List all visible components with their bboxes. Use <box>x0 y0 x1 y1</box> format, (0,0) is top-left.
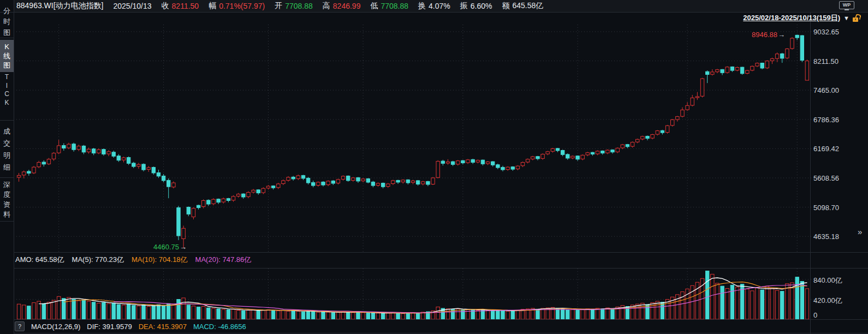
amo-segment: AMO: 645.58亿 <box>15 255 64 265</box>
date-range-label[interactable]: 2025/02/18-2025/10/13(159日) <box>743 13 840 23</box>
volume-axis-label: 0 <box>813 311 817 319</box>
volume-indicator-row: AMO: 645.58亿MA(5): 770.23亿MA(10): 704.18… <box>15 253 251 266</box>
macd-segment: DEA: 415.3907 <box>139 323 187 331</box>
header-stat: 高8246.99 <box>323 1 361 11</box>
macd-indicator-row: ? MACD(12,26,9)DIF: 391.9579DEA: 415.390… <box>15 321 246 332</box>
wp-monitor-icon[interactable]: WP <box>839 1 854 9</box>
gridlines <box>16 25 815 319</box>
sidebar-tab-2[interactable]: K线图 <box>0 40 14 72</box>
macd-segment: MACD: -46.8656 <box>193 323 246 331</box>
period-high-annotation: 8946.88→ <box>752 31 785 39</box>
header-stat: 幅0.71%(57.97) <box>209 1 265 11</box>
header-stat: 振6.60% <box>460 1 492 11</box>
expand-panel-icon[interactable]: » <box>858 227 862 236</box>
header-bar: 884963.WI[动力电池指数] 2025/10/13 收8211.50幅0.… <box>14 0 868 12</box>
sidebar-tab-5[interactable]: 深度资料 <box>0 180 14 219</box>
amo-segment: MA(20): 747.86亿 <box>195 255 252 265</box>
price-axis-label: 9032.65 <box>813 28 839 36</box>
volume-axis-label: 840.00亿 <box>813 276 842 285</box>
candlesticks <box>17 34 808 248</box>
header-stat: 低7708.88 <box>370 1 408 11</box>
price-axis-label: 8211.50 <box>813 57 839 65</box>
volume-axis-label: 420.00亿 <box>813 296 842 306</box>
macd-segment: DIF: 391.9579 <box>87 323 132 331</box>
panel-borders <box>0 0 868 334</box>
amo-segment: MA(5): 770.23亿 <box>72 255 124 265</box>
help-icon[interactable]: ? <box>15 321 25 331</box>
header-stat: 收8211.50 <box>162 1 199 11</box>
chevron-down-icon[interactable]: ▼ <box>843 15 849 21</box>
date-range-control[interactable]: 2025/02/18-2025/10/13(159日) ▼ <box>743 14 859 22</box>
volume-bars <box>17 271 808 319</box>
price-axis-label: 4635.18 <box>813 232 839 241</box>
sidebar-tab-4[interactable]: 成交明细 <box>0 126 14 174</box>
sidebar-tab-1[interactable]: 分时图 <box>0 5 14 38</box>
sidebar-tab-3[interactable]: TICK <box>0 73 14 107</box>
period-low-annotation: 4460.75→ <box>153 243 187 251</box>
chart-canvas[interactable] <box>0 0 868 334</box>
kline-app: 884963.WI[动力电池指数] 2025/10/13 收8211.50幅0.… <box>0 0 868 334</box>
left-tab-sidebar: 分时图K线图TICK成交明细深度资料 <box>0 0 14 334</box>
unlock-icon[interactable] <box>853 14 859 22</box>
trade-date: 2025/10/13 <box>114 2 152 10</box>
price-axis-label: 5608.56 <box>813 174 839 182</box>
arrow-right-icon: → <box>778 31 785 39</box>
header-stats: 收8211.50幅0.71%(57.97)开7708.88高8246.99低77… <box>162 1 544 11</box>
price-axis-label: 6786.36 <box>813 116 839 124</box>
price-axis-label: 5098.70 <box>813 204 839 212</box>
arrow-right-icon: → <box>180 243 187 251</box>
header-stat: 额645.58亿 <box>502 1 543 11</box>
symbol-title: 884963.WI[动力电池指数] <box>16 1 104 11</box>
macd-segment: MACD(12,26,9) <box>31 323 80 331</box>
header-stat: 换4.07% <box>418 1 450 11</box>
price-axis-label: 7465.00 <box>813 86 839 94</box>
header-stat: 开7708.88 <box>275 1 313 11</box>
price-axis-label: 6169.42 <box>813 145 839 153</box>
amo-segment: MA(10): 704.18亿 <box>132 255 188 265</box>
